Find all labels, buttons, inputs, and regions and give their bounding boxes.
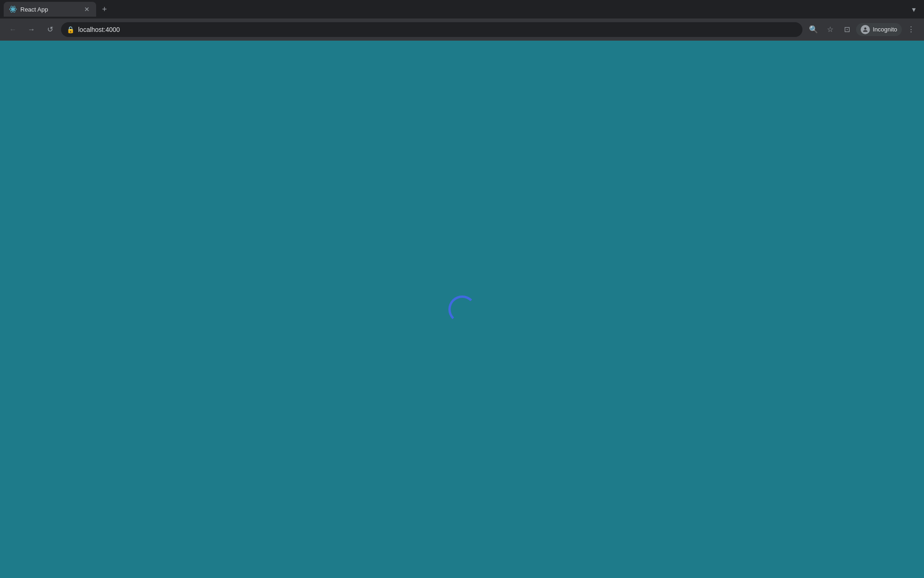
back-button[interactable]: ← — [6, 22, 20, 37]
address-input[interactable]: 🔒 localhost:4000 — [61, 22, 802, 37]
lock-icon: 🔒 — [67, 26, 74, 33]
tab-title: React App — [20, 6, 80, 13]
browser-content — [0, 41, 924, 578]
svg-point-0 — [12, 8, 14, 10]
split-screen-button[interactable]: ⊡ — [839, 22, 854, 37]
menu-button[interactable]: ⋮ — [904, 22, 918, 37]
tab-close-button[interactable]: ✕ — [83, 6, 91, 13]
new-tab-button[interactable]: + — [98, 3, 111, 16]
tab-bar: React App ✕ + ▾ — [0, 0, 924, 18]
loading-spinner — [448, 295, 476, 323]
url-display: localhost:4000 — [78, 26, 797, 33]
incognito-avatar-icon — [861, 25, 870, 34]
incognito-label: Incognito — [873, 26, 897, 33]
reload-button[interactable]: ↺ — [43, 22, 57, 37]
tab-list-button[interactable]: ▾ — [907, 3, 920, 16]
toolbar-actions: 🔍 ☆ ⊡ Incognito ⋮ — [806, 22, 918, 37]
active-tab[interactable]: React App ✕ — [4, 2, 96, 17]
loading-spinner-container — [448, 295, 476, 323]
bookmark-button[interactable]: ☆ — [823, 22, 838, 37]
address-bar: ← → ↺ 🔒 localhost:4000 🔍 ☆ ⊡ Incognito ⋮ — [0, 18, 924, 41]
search-button[interactable]: 🔍 — [806, 22, 821, 37]
forward-button[interactable]: → — [24, 22, 39, 37]
incognito-button[interactable]: Incognito — [856, 23, 902, 36]
browser-chrome: React App ✕ + ▾ ← → ↺ 🔒 localhost:4000 🔍… — [0, 0, 924, 41]
tab-favicon — [9, 6, 17, 13]
